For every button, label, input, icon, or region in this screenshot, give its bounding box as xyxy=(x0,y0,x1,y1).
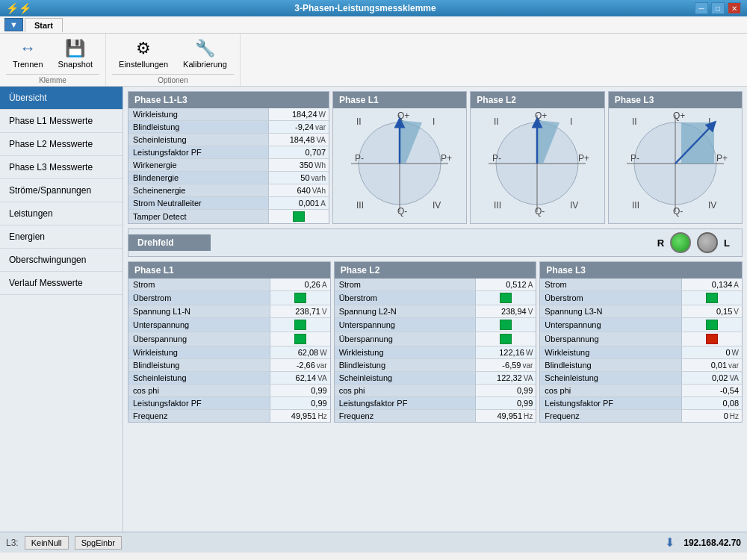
phase-row-value: -2,66var xyxy=(270,359,330,371)
trennen-icon: ↔ xyxy=(19,39,36,58)
phase-row-unit: Hz xyxy=(524,412,533,420)
drehfeld-title: Drehfeld xyxy=(128,234,211,251)
main-row-unit: VAh xyxy=(312,187,326,195)
phase-row-label: Überspannung xyxy=(540,332,682,346)
phase-row-label: Frequenz xyxy=(128,410,270,422)
snapshot-label: Snapshot xyxy=(58,60,93,69)
bottom-phase-l3-title: Phase L3 xyxy=(540,262,742,279)
phase-data-row: Überstrom xyxy=(540,291,742,305)
phase-row-unit: VA xyxy=(524,374,533,382)
phase-row-value: 0,02VA xyxy=(682,372,742,384)
drehfeld-row: Drehfeld R L xyxy=(128,228,743,257)
phase-row-value: 122,16W xyxy=(476,346,536,358)
phase-row-value xyxy=(476,291,536,305)
phase-row-unit: A xyxy=(322,281,327,289)
drehfeld-r-label: R xyxy=(657,237,664,249)
phase-row-label: Scheinleistung xyxy=(540,372,682,384)
sidebar-item-strome[interactable]: Ströme/Spannungen xyxy=(0,179,123,202)
main-row-value: 50varh xyxy=(269,172,329,184)
phase-l1-phasor-panel: Phase L1 P- P+ Q+ Q- II I III IV xyxy=(332,91,467,224)
sidebar-item-phase-l1[interactable]: Phase L1 Messwerte xyxy=(0,110,123,133)
phase-row-value: -0,54 xyxy=(682,385,742,396)
phase-l3-phasor-title: Phase L3 xyxy=(609,92,742,108)
phase-row-value: 0,08 xyxy=(682,397,742,409)
svg-text:P+: P+ xyxy=(578,153,589,164)
phase-data-row: Wirkleistung122,16W xyxy=(335,346,536,359)
svg-text:IV: IV xyxy=(570,200,578,211)
sidebar-item-phase-l3[interactable]: Phase L3 Messwerte xyxy=(0,156,123,179)
main-data-row: Strom Neutralleiter0,001A xyxy=(128,197,329,210)
phase-row-label: Scheinleistung xyxy=(335,372,477,384)
phase-data-row: Unterspannung xyxy=(128,318,330,332)
svg-text:Q+: Q+ xyxy=(535,111,547,121)
phase-row-value: 0,99 xyxy=(476,397,536,409)
main-data-row: Scheinenergie640VAh xyxy=(128,184,329,197)
phase-l3-phasor-container: P- P+ Q+ Q- II I III IV xyxy=(609,108,742,217)
einstellungen-label: Einstellungen xyxy=(119,60,168,69)
phase-row-value xyxy=(270,291,330,305)
main-data-row: Leistungsfaktor PF0,707 xyxy=(128,146,329,159)
phase-row-label: Blindleistung xyxy=(540,359,682,371)
sidebar-item-verlauf[interactable]: Verlauf Messwerte xyxy=(0,272,123,295)
phase-data-row: Spannung L3-N0,15V xyxy=(540,305,742,318)
phase-data-row: Unterspannung xyxy=(540,318,742,332)
phasor-l1-svg: P- P+ Q+ Q- II I III IV xyxy=(347,111,452,216)
ribbon-dropdown[interactable]: ▼ xyxy=(4,18,23,31)
phase-row-label: Überspannung xyxy=(335,332,477,346)
main-row-value: 350Wh xyxy=(269,159,329,171)
svg-text:Q-: Q- xyxy=(397,206,407,217)
svg-text:IV: IV xyxy=(433,200,441,211)
snapshot-icon: 💾 xyxy=(65,39,85,58)
close-button[interactable]: ✕ xyxy=(728,2,741,14)
svg-text:III: III xyxy=(494,200,501,211)
sidebar-item-energien[interactable]: Energien xyxy=(0,225,123,249)
phase-data-row: Spannung L2-N238,94V xyxy=(335,305,536,318)
maximize-button[interactable]: □ xyxy=(711,2,725,14)
green-indicator xyxy=(294,293,306,303)
phase-row-value xyxy=(476,332,536,346)
phase-row-value: -6,59var xyxy=(476,359,536,371)
phase-row-unit: var xyxy=(522,361,533,370)
phase-row-label: Leistungsfaktor PF xyxy=(540,397,682,409)
phase-row-label: Unterspannung xyxy=(540,318,682,332)
minimize-button[interactable]: ─ xyxy=(695,2,708,14)
einstellungen-button[interactable]: ⚙ Einstellungen xyxy=(112,35,175,72)
phase-row-label: cos phi xyxy=(128,385,270,396)
phase-l1-phasor-container: P- P+ Q+ Q- II I III IV xyxy=(333,108,466,217)
bottom-phase-l2-title: Phase L2 xyxy=(335,262,536,279)
phase-row-label: Überspannung xyxy=(128,332,270,346)
drehfeld-green-indicator xyxy=(670,232,691,253)
phase-row-label: Unterspannung xyxy=(128,318,270,332)
phase-data-row: Unterspannung xyxy=(335,318,536,332)
spgeinbr-button[interactable]: SpgEinbr xyxy=(75,536,122,550)
bottom-phase-l1-panel: Phase L1 Strom0,26AÜberstromSpannung L1-… xyxy=(128,261,331,423)
trennen-button[interactable]: ↔ Trennen xyxy=(6,35,50,72)
phase-data-row: Leistungsfaktor PF0,99 xyxy=(335,397,536,410)
sidebar-item-ubersicht[interactable]: Übersicht xyxy=(0,87,123,110)
main-row-unit: Wh xyxy=(314,161,326,169)
svg-text:IV: IV xyxy=(708,200,716,211)
sidebar-item-phase-l2[interactable]: Phase L2 Messwerte xyxy=(0,133,123,156)
phase-row-value: 62,08W xyxy=(270,346,330,358)
tab-start[interactable]: Start xyxy=(25,18,63,32)
phase-row-label: cos phi xyxy=(335,385,477,396)
ribbon-group-klemme: ↔ Trennen 💾 Snapshot Klemme xyxy=(0,34,106,86)
green-indicator xyxy=(500,320,512,330)
svg-text:III: III xyxy=(356,200,364,211)
phase-row-value: 238,71V xyxy=(270,305,330,317)
kalibrierung-button[interactable]: 🔧 Kalibrierung xyxy=(176,35,234,72)
phase-row-label: Strom xyxy=(128,279,270,290)
sidebar-item-leistungen[interactable]: Leistungen xyxy=(0,202,123,225)
phase-row-value: 122,32VA xyxy=(476,372,536,384)
svg-text:Q-: Q- xyxy=(535,206,545,217)
app-icon: ⚡⚡ xyxy=(6,2,31,14)
snapshot-button[interactable]: 💾 Snapshot xyxy=(52,35,99,72)
phase-row-unit: V xyxy=(322,308,327,316)
sidebar-item-oberschwingungen[interactable]: Oberschwingungen xyxy=(0,249,123,272)
phase-row-unit: W xyxy=(526,349,533,357)
phase-row-value: 0,99 xyxy=(270,385,330,396)
phase-data-row: Wirkleistung62,08W xyxy=(128,346,330,359)
keinnull-button[interactable]: KeinNull xyxy=(25,536,69,550)
title-bar: ⚡⚡ 3-Phasen-Leistungsmessklemme ─ □ ✕ xyxy=(0,0,747,16)
phase-row-unit: VA xyxy=(317,374,327,382)
